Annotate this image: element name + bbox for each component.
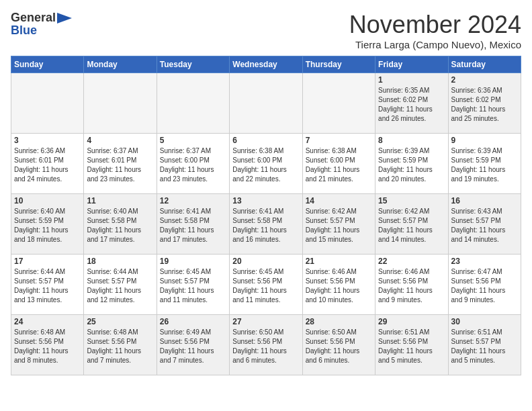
day-info: Sunrise: 6:35 AM Sunset: 6:02 PM Dayligh… [378, 86, 445, 124]
day-number: 1 [378, 75, 445, 85]
calendar-cell: 24Sunrise: 6:48 AM Sunset: 5:56 PM Dayli… [11, 315, 84, 375]
day-number: 8 [378, 136, 445, 145]
day-number: 18 [87, 257, 153, 266]
day-info: Sunrise: 6:45 AM Sunset: 5:56 PM Dayligh… [232, 267, 299, 305]
day-info: Sunrise: 6:50 AM Sunset: 5:56 PM Dayligh… [232, 328, 299, 365]
day-info: Sunrise: 6:36 AM Sunset: 6:01 PM Dayligh… [14, 146, 81, 184]
weekday-header-monday: Monday [84, 56, 157, 73]
day-info: Sunrise: 6:49 AM Sunset: 5:56 PM Dayligh… [160, 328, 226, 365]
calendar-cell [11, 73, 84, 134]
weekday-header-sunday: Sunday [11, 56, 84, 73]
calendar-cell: 3Sunrise: 6:36 AM Sunset: 6:01 PM Daylig… [11, 134, 84, 194]
calendar-cell: 2Sunrise: 6:36 AM Sunset: 6:02 PM Daylig… [448, 73, 521, 134]
weekday-header-tuesday: Tuesday [157, 56, 229, 73]
day-number: 25 [87, 317, 153, 326]
day-info: Sunrise: 6:48 AM Sunset: 5:56 PM Dayligh… [87, 328, 153, 365]
day-number: 20 [232, 257, 299, 266]
day-info: Sunrise: 6:44 AM Sunset: 5:57 PM Dayligh… [14, 267, 81, 305]
calendar-cell: 5Sunrise: 6:37 AM Sunset: 6:00 PM Daylig… [157, 134, 229, 194]
day-info: Sunrise: 6:38 AM Sunset: 6:00 PM Dayligh… [306, 146, 372, 184]
day-number: 17 [14, 257, 81, 266]
day-info: Sunrise: 6:40 AM Sunset: 5:59 PM Dayligh… [14, 207, 81, 244]
logo-general-text: General [11, 11, 56, 25]
calendar-cell: 13Sunrise: 6:41 AM Sunset: 5:58 PM Dayli… [230, 194, 302, 255]
calendar-cell: 25Sunrise: 6:48 AM Sunset: 5:56 PM Dayli… [84, 315, 157, 375]
day-info: Sunrise: 6:51 AM Sunset: 5:56 PM Dayligh… [378, 328, 445, 365]
day-number: 5 [160, 136, 226, 145]
title-area: November 2024 Tierra Larga (Campo Nuevo)… [349, 11, 521, 50]
day-number: 23 [451, 257, 518, 266]
day-info: Sunrise: 6:38 AM Sunset: 6:00 PM Dayligh… [232, 146, 299, 184]
calendar-cell: 10Sunrise: 6:40 AM Sunset: 5:59 PM Dayli… [11, 194, 84, 255]
logo-blue-text: Blue [11, 24, 72, 38]
day-number: 16 [451, 196, 518, 205]
calendar-cell [84, 73, 157, 134]
day-info: Sunrise: 6:40 AM Sunset: 5:58 PM Dayligh… [87, 207, 153, 244]
calendar-cell: 6Sunrise: 6:38 AM Sunset: 6:00 PM Daylig… [230, 134, 302, 194]
day-info: Sunrise: 6:37 AM Sunset: 6:01 PM Dayligh… [87, 146, 153, 184]
day-number: 19 [160, 257, 226, 266]
logo: General Blue [11, 11, 72, 38]
calendar-cell: 27Sunrise: 6:50 AM Sunset: 5:56 PM Dayli… [230, 315, 302, 375]
calendar-cell: 14Sunrise: 6:42 AM Sunset: 5:57 PM Dayli… [302, 194, 375, 255]
day-number: 7 [306, 136, 372, 145]
day-info: Sunrise: 6:36 AM Sunset: 6:02 PM Dayligh… [451, 86, 518, 124]
day-info: Sunrise: 6:42 AM Sunset: 5:57 PM Dayligh… [306, 207, 372, 244]
day-info: Sunrise: 6:47 AM Sunset: 5:56 PM Dayligh… [451, 267, 518, 305]
day-number: 9 [451, 136, 518, 145]
weekday-header-saturday: Saturday [448, 56, 521, 73]
day-info: Sunrise: 6:37 AM Sunset: 6:00 PM Dayligh… [160, 146, 226, 184]
calendar-cell [230, 73, 302, 134]
svg-marker-0 [57, 13, 72, 24]
calendar-cell: 26Sunrise: 6:49 AM Sunset: 5:56 PM Dayli… [157, 315, 229, 375]
calendar-cell: 22Sunrise: 6:46 AM Sunset: 5:56 PM Dayli… [375, 255, 448, 315]
calendar-cell: 8Sunrise: 6:39 AM Sunset: 5:59 PM Daylig… [375, 134, 448, 194]
day-info: Sunrise: 6:51 AM Sunset: 5:57 PM Dayligh… [451, 328, 518, 365]
day-number: 26 [160, 317, 226, 326]
calendar-cell: 21Sunrise: 6:46 AM Sunset: 5:56 PM Dayli… [302, 255, 375, 315]
day-number: 27 [232, 317, 299, 326]
header: General Blue November 2024 Tierra Larga … [11, 11, 521, 50]
day-number: 21 [306, 257, 372, 266]
calendar-cell: 11Sunrise: 6:40 AM Sunset: 5:58 PM Dayli… [84, 194, 157, 255]
day-info: Sunrise: 6:44 AM Sunset: 5:57 PM Dayligh… [87, 267, 153, 305]
calendar-cell: 9Sunrise: 6:39 AM Sunset: 5:59 PM Daylig… [448, 134, 521, 194]
day-info: Sunrise: 6:42 AM Sunset: 5:57 PM Dayligh… [378, 207, 445, 244]
day-info: Sunrise: 6:41 AM Sunset: 5:58 PM Dayligh… [232, 207, 299, 244]
day-number: 6 [232, 136, 299, 145]
day-number: 11 [87, 196, 153, 205]
day-number: 3 [14, 136, 81, 145]
day-number: 28 [306, 317, 372, 326]
day-number: 2 [451, 75, 518, 85]
day-info: Sunrise: 6:48 AM Sunset: 5:56 PM Dayligh… [14, 328, 81, 365]
weekday-header-wednesday: Wednesday [230, 56, 302, 73]
day-info: Sunrise: 6:41 AM Sunset: 5:58 PM Dayligh… [160, 207, 226, 244]
logo-flag-icon [57, 13, 72, 24]
weekday-header-thursday: Thursday [302, 56, 375, 73]
month-title: November 2024 [349, 11, 521, 39]
day-info: Sunrise: 6:39 AM Sunset: 5:59 PM Dayligh… [451, 146, 518, 184]
day-number: 12 [160, 196, 226, 205]
calendar-cell: 1Sunrise: 6:35 AM Sunset: 6:02 PM Daylig… [375, 73, 448, 134]
day-number: 13 [232, 196, 299, 205]
calendar-cell: 23Sunrise: 6:47 AM Sunset: 5:56 PM Dayli… [448, 255, 521, 315]
calendar-cell: 7Sunrise: 6:38 AM Sunset: 6:00 PM Daylig… [302, 134, 375, 194]
day-number: 10 [14, 196, 81, 205]
calendar-cell: 12Sunrise: 6:41 AM Sunset: 5:58 PM Dayli… [157, 194, 229, 255]
day-info: Sunrise: 6:46 AM Sunset: 5:56 PM Dayligh… [378, 267, 445, 305]
location-title: Tierra Larga (Campo Nuevo), Mexico [349, 39, 521, 50]
calendar-cell [302, 73, 375, 134]
day-info: Sunrise: 6:43 AM Sunset: 5:57 PM Dayligh… [451, 207, 518, 244]
day-number: 30 [451, 317, 518, 326]
calendar-cell: 18Sunrise: 6:44 AM Sunset: 5:57 PM Dayli… [84, 255, 157, 315]
day-number: 15 [378, 196, 445, 205]
day-number: 24 [14, 317, 81, 326]
calendar-table: SundayMondayTuesdayWednesdayThursdayFrid… [11, 56, 521, 375]
weekday-header-friday: Friday [375, 56, 448, 73]
day-info: Sunrise: 6:50 AM Sunset: 5:56 PM Dayligh… [306, 328, 372, 365]
calendar-cell: 19Sunrise: 6:45 AM Sunset: 5:57 PM Dayli… [157, 255, 229, 315]
day-number: 22 [378, 257, 445, 266]
calendar-cell: 29Sunrise: 6:51 AM Sunset: 5:56 PM Dayli… [375, 315, 448, 375]
day-info: Sunrise: 6:46 AM Sunset: 5:56 PM Dayligh… [306, 267, 372, 305]
calendar-cell: 20Sunrise: 6:45 AM Sunset: 5:56 PM Dayli… [230, 255, 302, 315]
